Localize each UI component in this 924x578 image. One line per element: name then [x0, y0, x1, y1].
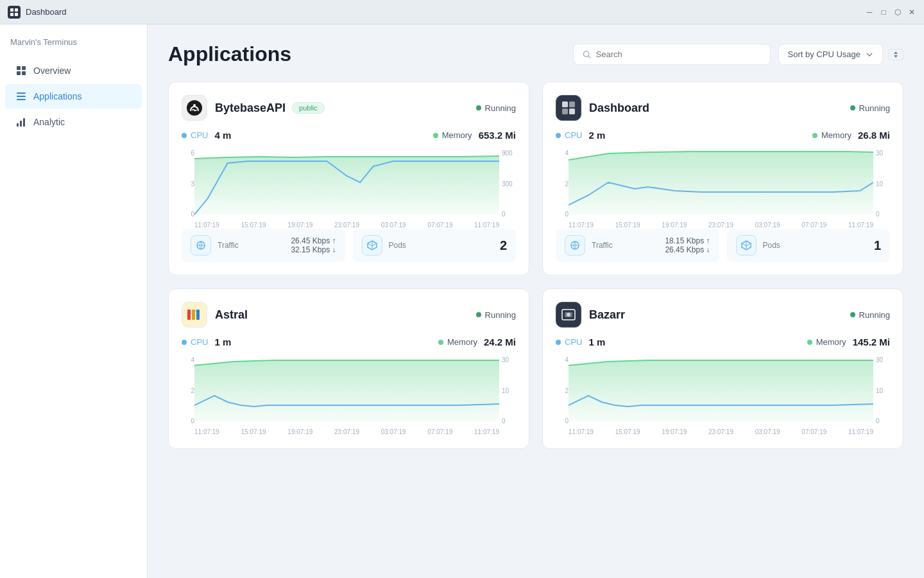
pods-icon: [362, 235, 382, 256]
sidebar-brand: Marvin's Terminus: [0, 32, 147, 57]
astral-status-dot: [476, 312, 481, 317]
dashboard-traffic-pods: Traffic 18.15 Kbps ↑ 26.45 Kbps ↓ Pods 1: [556, 229, 890, 262]
app-card-dashboard: Dashboard Running CPU 2 m Memory: [542, 82, 903, 276]
dashboard-memory-metric: Memory 26.8 Mi: [812, 130, 890, 141]
svg-rect-26: [196, 310, 200, 320]
dashboard-status-dot: [850, 105, 855, 110]
bytebaseapi-status: Running: [476, 103, 516, 113]
app-body: Marvin's Terminus Overview Applications …: [0, 24, 924, 578]
svg-point-16: [187, 100, 202, 116]
sort-label: Sort by CPU Usage: [788, 49, 860, 59]
search-input[interactable]: [596, 49, 761, 59]
svg-rect-19: [562, 101, 568, 107]
apps-grid: BytebaseAPI public Running CPU 4 m: [168, 82, 903, 449]
window-title: Dashboard: [26, 7, 67, 17]
svg-rect-3: [15, 13, 18, 16]
memory-dot: [438, 340, 443, 345]
applications-icon: [15, 91, 27, 102]
svg-rect-22: [569, 109, 575, 114]
sidebar-item-analytic[interactable]: Analytic: [5, 110, 142, 134]
dashboard-traffic-values: 18.15 Kbps ↑ 26.45 Kbps ↓: [665, 236, 710, 254]
sidebar-item-overview[interactable]: Overview: [5, 58, 142, 83]
svg-rect-2: [10, 13, 13, 16]
main-content: Applications Sort by CPU Usage Byt: [148, 24, 924, 578]
svg-line-15: [588, 56, 590, 58]
svg-rect-25: [192, 310, 195, 320]
dashboard-traffic: Traffic 18.15 Kbps ↑ 26.45 Kbps ↓: [556, 229, 719, 262]
bytebaseapi-traffic-values: 26.45 Kbps ↑ 32.15 Kbps ↓: [291, 236, 336, 254]
memory-dot: [812, 133, 817, 138]
sort-arrows-icon: [893, 51, 899, 58]
svg-rect-20: [569, 101, 575, 107]
sidebar-analytic-label: Analytic: [33, 117, 65, 127]
cpu-dot: [556, 133, 561, 138]
svg-rect-24: [187, 310, 191, 320]
sort-arrows-button[interactable]: [888, 49, 903, 60]
bytebaseapi-memory-metric: Memory 653.2 Mi: [433, 130, 516, 141]
svg-rect-9: [17, 96, 26, 97]
sidebar-overview-label: Overview: [33, 66, 71, 76]
sidebar-item-applications[interactable]: Applications: [5, 84, 142, 109]
bytebaseapi-pods-label: Pods: [389, 241, 406, 250]
astral-chart-wrapper: 420: [182, 354, 516, 435]
app-card-header-dashboard: Dashboard Running: [556, 95, 890, 121]
search-icon: [583, 50, 591, 59]
svg-rect-12: [20, 121, 22, 127]
svg-rect-8: [17, 92, 26, 94]
app-card-header-astral: Astral Running: [182, 302, 516, 328]
dashboard-name: Dashboard: [589, 101, 649, 115]
analytic-icon: [15, 116, 27, 128]
svg-rect-4: [17, 66, 21, 70]
page-title: Applications: [168, 42, 573, 66]
dashboard-pods: Pods 1: [727, 229, 891, 262]
dashboard-pods-count: 1: [874, 238, 881, 253]
external-button[interactable]: ⬡: [893, 8, 902, 17]
bazarr-status-dot: [850, 312, 855, 317]
app-card-bytebaseapi: BytebaseAPI public Running CPU 4 m: [168, 82, 529, 276]
sort-dropdown[interactable]: Sort by CPU Usage: [778, 44, 883, 65]
window-controls: ─ □ ⬡ ✕: [865, 8, 916, 17]
overview-icon: [15, 65, 27, 76]
dashboard-pods-label: Pods: [763, 241, 780, 250]
bytebaseapi-chart-wrapper: 630: [182, 147, 516, 229]
close-button[interactable]: ✕: [907, 8, 916, 17]
bazarr-memory-metric: Memory 145.2 Mi: [807, 337, 890, 347]
astral-cpu-metric: CPU 1 m: [182, 337, 231, 347]
sidebar: Marvin's Terminus Overview Applications …: [0, 24, 148, 578]
minimize-button[interactable]: ─: [865, 8, 874, 17]
pods-icon-dash: [736, 235, 757, 256]
traffic-icon: [191, 235, 211, 256]
app-card-astral: Astral Running CPU 1 m Memory: [168, 288, 529, 449]
bytebaseapi-pods-count: 2: [500, 238, 507, 253]
app-card-header-bazarr: Bazarr Running: [556, 302, 890, 328]
svg-rect-10: [17, 99, 26, 100]
memory-dot: [433, 133, 438, 138]
svg-point-17: [193, 104, 196, 107]
titlebar: Dashboard ─ □ ⬡ ✕: [0, 0, 924, 24]
dashboard-metrics: CPU 2 m Memory 26.8 Mi: [556, 130, 890, 141]
bytebaseapi-icon: [182, 95, 207, 121]
astral-memory-metric: Memory 24.2 Mi: [438, 337, 516, 347]
svg-point-14: [583, 51, 588, 56]
bytebaseapi-status-dot: [476, 105, 481, 110]
svg-rect-6: [17, 71, 21, 75]
traffic-icon-dash: [565, 235, 585, 256]
dashboard-status-label: Running: [859, 103, 890, 113]
bazarr-status-label: Running: [859, 310, 890, 320]
sidebar-applications-label: Applications: [33, 91, 82, 101]
maximize-button[interactable]: □: [879, 8, 888, 17]
search-bar[interactable]: [573, 44, 771, 65]
astral-icon: [182, 302, 207, 328]
bytebaseapi-pods: Pods 2: [353, 229, 517, 262]
astral-name: Astral: [215, 308, 248, 322]
bazarr-metrics: CPU 1 m Memory 145.2 Mi: [556, 337, 890, 347]
chevron-down-icon: [866, 51, 873, 58]
bytebaseapi-metrics: CPU 4 m Memory 653.2 Mi: [182, 130, 516, 141]
app-icon: [8, 6, 21, 19]
memory-dot: [807, 340, 812, 345]
bazarr-cpu-metric: CPU 1 m: [556, 337, 605, 347]
bytebaseapi-status-label: Running: [485, 103, 516, 113]
bazarr-name: Bazarr: [589, 308, 625, 322]
svg-rect-11: [17, 123, 19, 127]
dashboard-chart-wrapper: 420: [556, 147, 890, 229]
